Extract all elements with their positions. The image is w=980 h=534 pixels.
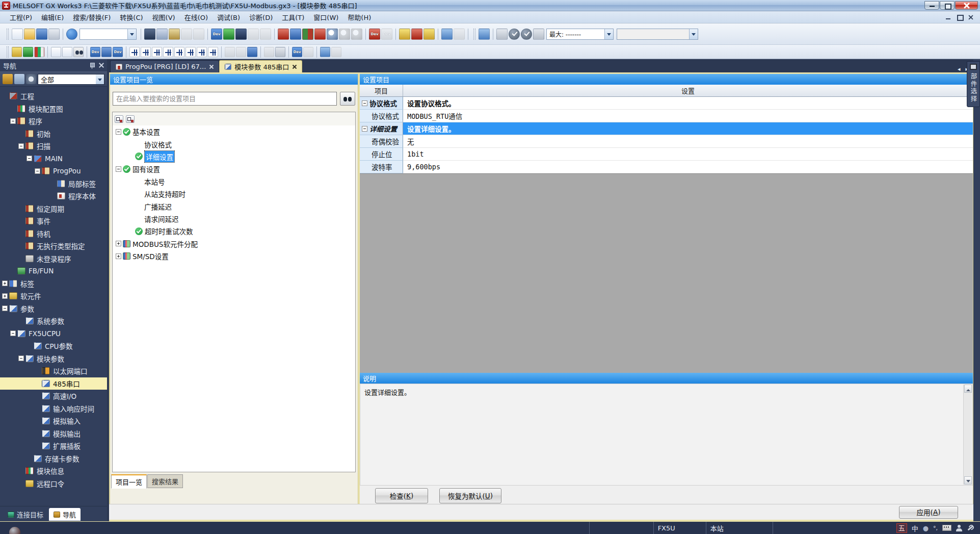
collapse-all-icon[interactable] [115,115,123,123]
menu-view[interactable]: 视图(V) [148,11,180,23]
table-row-detail-group[interactable]: 详细设置 设置详细设置。 [360,122,973,135]
child-restore-button[interactable] [956,14,964,20]
table-row-protocol-format[interactable]: 协议格式 MODBUS_RTU通信 [360,110,973,122]
nav-item-event[interactable]: 事件 [0,215,107,227]
tab-search-result[interactable]: 搜索结果 [147,474,183,488]
quick-find-combobox[interactable] [80,29,137,40]
paste-icon[interactable] [169,29,180,40]
monitor-start-icon[interactable] [314,29,326,40]
menu-window[interactable]: 窗口(W) [309,11,343,23]
program-list-icon[interactable] [51,47,61,57]
nav-item-cpu-parameter[interactable]: CPU参数 [0,340,107,352]
expand-icon[interactable] [116,253,121,259]
apply-button[interactable]: 应用(A) [899,506,958,519]
nav-item-initial[interactable]: 初始 [0,128,107,140]
nav-item-ethernet-port[interactable]: 以太网端口 [0,365,107,377]
online-change-icon[interactable] [411,29,422,40]
coil-icon[interactable] [174,47,184,57]
chevron-down-icon[interactable] [96,74,104,84]
nav-item-program-body[interactable]: 程序本体 [0,190,107,202]
ime-punctuation-icon[interactable]: °, [933,525,938,531]
table-row-stop-bit[interactable]: 停止位 1bit [360,148,973,161]
expand-icon[interactable] [2,281,8,286]
nav-item-system-parameter[interactable]: 系统参数 [0,315,107,327]
ime-mode-icon[interactable]: 中 [912,523,918,533]
table-row-parity[interactable]: 奇偶校验 无 [360,135,973,148]
navigation-window-icon[interactable] [12,47,22,57]
transfer-setup-icon[interactable] [399,29,410,40]
device-comment-icon[interactable]: Dev [211,29,222,40]
gear-icon[interactable] [26,74,36,84]
scroll-up-icon[interactable] [964,385,972,393]
close-branch-icon[interactable] [163,47,173,57]
menu-tools[interactable]: 工具(T) [277,11,309,23]
setting-detail[interactable]: 详细设置 [113,150,355,163]
nav-item-fixed-cycle[interactable]: 恒定周期 [0,202,107,215]
tab-module-parameter-485[interactable]: 模块参数 485串口 [219,60,302,72]
cut-icon[interactable] [144,29,155,40]
collapse-icon[interactable] [10,330,16,336]
collapse-icon[interactable] [35,168,40,174]
transfer-verify-icon[interactable] [423,29,435,40]
nav-filter-combobox[interactable]: 全部 [38,74,104,85]
nav-item-device[interactable]: 软元件 [0,290,107,302]
write-to-plc-icon[interactable] [278,29,289,40]
nav-item-fx5ucpu[interactable]: FX5UCPU [0,327,107,340]
ime-language-icon[interactable]: 五 [896,523,907,533]
wrench-icon[interactable] [967,524,974,531]
menu-search-replace[interactable]: 搜索/替换(F) [68,11,115,23]
expand-icon[interactable] [2,293,8,299]
verify-icon[interactable] [302,29,313,40]
tab-progpou[interactable]: ProgPou [PRG] [LD] 67... [110,60,219,72]
save-project-icon[interactable] [36,29,47,40]
ime-shape-icon[interactable]: ● [923,524,929,532]
setting-retry-count[interactable]: 超时时重试次数 [113,225,355,237]
screen-display-icon[interactable] [320,47,330,57]
setting-smsd[interactable]: SM/SD设置 [113,250,355,262]
setting-broadcast-delay[interactable]: 广播延迟 [113,200,355,212]
application-instruction-icon[interactable] [186,47,196,57]
nav-item-fb-fun[interactable]: FB/FUN [0,265,107,277]
help-icon[interactable] [66,29,77,40]
minimize-button[interactable] [924,1,939,10]
stop-icon[interactable] [496,29,508,40]
menu-diagnostics[interactable]: 诊断(D) [245,11,277,23]
close-panel-icon[interactable] [98,63,104,68]
device-search-icon[interactable] [327,29,338,40]
nav-item-main[interactable]: MAIN [0,152,107,165]
nav-item-unregistered-program[interactable]: 未登录程序 [0,252,107,265]
nav-item-parameter[interactable]: 参数 [0,302,107,315]
close-button[interactable] [955,1,978,10]
cross-reference-icon[interactable] [101,47,112,57]
nav-item-no-execution-type[interactable]: 无执行类型指定 [0,240,107,252]
ladder-monitor-icon[interactable] [223,29,234,40]
window-cascade-icon[interactable] [441,29,453,40]
nav-item-project[interactable]: 工程 [0,90,107,103]
nav-item-module-parameter[interactable]: 模块参数 [0,352,107,365]
check-all-icon[interactable] [521,29,532,40]
menu-convert[interactable]: 转换(C) [115,11,147,23]
tab-scroll-left-icon[interactable]: ◂ [958,66,961,72]
collapse-icon[interactable] [116,166,121,172]
nav-item-high-speed-io[interactable]: 高速I/O [0,390,107,402]
menu-project[interactable]: 工程(P) [5,11,37,23]
child-minimize-button[interactable] [944,14,952,20]
search-input[interactable] [113,92,337,106]
pc-monitor-icon[interactable] [479,29,490,40]
collapse-icon[interactable] [18,355,24,361]
close-tab-icon[interactable] [209,64,214,69]
module-configuration-icon[interactable] [34,47,44,57]
copy-icon[interactable] [156,29,168,40]
menu-help[interactable]: 帮助(H) [343,11,376,23]
restore-button[interactable] [940,1,955,10]
nav-item-remote-password[interactable]: 远程口令 [0,477,107,490]
keyboard-icon[interactable] [942,525,951,531]
expand-all-icon[interactable] [126,115,135,123]
nav-item-local-label[interactable]: 局部标签 [0,177,107,190]
setting-request-delay[interactable]: 请求间延迟 [113,213,355,225]
comment-display-icon[interactable] [247,47,257,57]
device-monitor-icon[interactable]: Dev [292,47,302,57]
new-project-icon[interactable] [12,29,23,40]
dev-assign-icon[interactable]: Dev [369,29,380,40]
collapse-icon[interactable] [362,126,367,132]
